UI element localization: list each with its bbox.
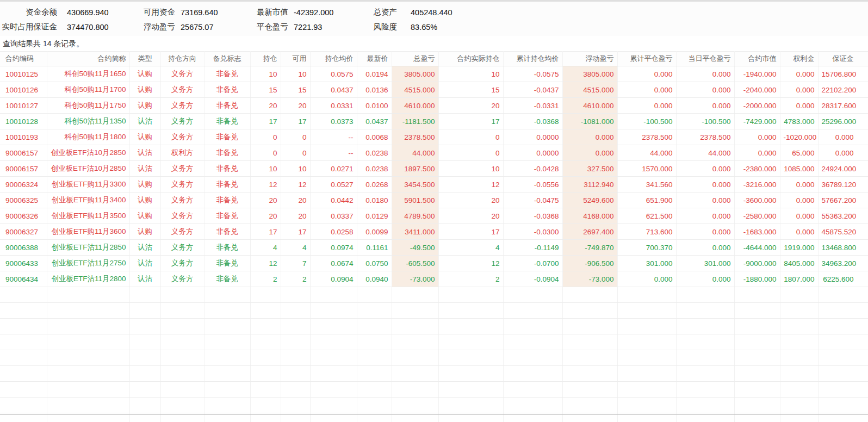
cell-cum_close_pl: 0.000 xyxy=(617,66,676,82)
position-row[interactable]: 90006324创业板ETF购11月3300认购义务方非备兑12120.0527… xyxy=(0,177,868,193)
position-row[interactable]: 90006157创业板ETF沽10月2850认沽权利方非备兑00--0.0238… xyxy=(0,145,868,161)
empty-cell xyxy=(250,287,281,303)
cell-cum_close_pl: 2378.500 xyxy=(617,129,676,145)
cell-avg_price: -- xyxy=(310,129,357,145)
cell-code: 90006324 xyxy=(0,177,47,193)
position-row[interactable]: 10010193科创50购11月1800认购义务方非备兑00--0.006823… xyxy=(0,129,868,145)
position-row[interactable]: 10010128科创50沽11月1350认沽义务方非备兑17170.03730.… xyxy=(0,114,868,129)
empty-cell xyxy=(47,350,129,366)
empty-cell xyxy=(47,382,129,398)
cell-day_close_pl: 0.000 xyxy=(676,208,734,224)
position-row[interactable]: 90006388创业板ETF沽11月2850认沽义务方非备兑440.09740.… xyxy=(0,240,868,256)
empty-cell xyxy=(204,366,250,382)
cell-cum_avg_price: 0.0000 xyxy=(503,129,562,145)
cell-direction: 权利方 xyxy=(160,145,204,161)
cell-margin: 22102.200 xyxy=(818,82,868,98)
position-row[interactable]: 90006325创业板ETF购11月3400认购义务方非备兑20200.0442… xyxy=(0,193,868,208)
empty-cell xyxy=(310,350,357,366)
col-header-last_price[interactable]: 最新价 xyxy=(357,52,392,66)
cell-day_close_pl: 0.000 xyxy=(676,271,734,287)
cell-market_value: -2000.000 xyxy=(734,98,780,114)
cell-code: 90006388 xyxy=(0,240,47,256)
empty-cell xyxy=(250,350,281,366)
cell-name: 创业板ETF沽10月2850 xyxy=(47,145,129,161)
col-header-day_close_pl[interactable]: 当日平仓盈亏 xyxy=(676,52,734,66)
empty-cell xyxy=(818,334,868,350)
cell-premium: 0.000 xyxy=(780,193,818,208)
empty-cell xyxy=(0,398,47,413)
cell-avg_price: 0.0442 xyxy=(310,193,357,208)
cell-floating_pl: 5249.600 xyxy=(562,193,617,208)
cell-floating_pl: 3112.940 xyxy=(562,177,617,193)
cell-actual_position: 10 xyxy=(438,66,503,82)
cell-code: 90006434 xyxy=(0,271,47,287)
empty-cell xyxy=(160,398,204,413)
col-header-position[interactable]: 持仓 xyxy=(250,52,281,66)
col-header-avg_price[interactable]: 持仓均价 xyxy=(310,52,357,66)
position-row[interactable]: 10010126科创50购11月1700认购义务方非备兑15150.04370.… xyxy=(0,82,868,98)
col-header-market_value[interactable]: 合约市值 xyxy=(734,52,780,66)
col-header-code[interactable]: 合约编码 xyxy=(0,52,47,66)
col-header-covered_flag[interactable]: 备兑标志 xyxy=(204,52,250,66)
empty-cell xyxy=(250,382,281,398)
empty-cell xyxy=(438,334,503,350)
cell-actual_position: 12 xyxy=(438,177,503,193)
empty-cell xyxy=(129,382,160,398)
floating-pl-value: 25675.07 xyxy=(175,23,251,32)
col-header-actual_position[interactable]: 合约实际持仓 xyxy=(438,52,503,66)
col-header-direction[interactable]: 持仓方向 xyxy=(160,52,204,66)
fund-balance-label: 资金余额 xyxy=(0,7,57,17)
col-header-premium[interactable]: 权利金 xyxy=(780,52,818,66)
cell-total_pl: 3411.000 xyxy=(392,224,438,240)
cell-actual_position: 20 xyxy=(438,193,503,208)
cell-covered_flag: 非备兑 xyxy=(204,82,250,98)
cell-cum_avg_price: -0.0428 xyxy=(503,161,562,177)
empty-cell xyxy=(392,366,438,382)
cell-cum_avg_price: -0.0331 xyxy=(503,98,562,114)
empty-cell xyxy=(503,287,562,303)
empty-cell xyxy=(780,398,818,413)
cell-cum_avg_price: -0.0700 xyxy=(503,256,562,271)
cell-market_value: -2040.000 xyxy=(734,82,780,98)
col-header-type[interactable]: 类型 xyxy=(129,52,160,66)
col-header-floating_pl[interactable]: 浮动盈亏 xyxy=(562,52,617,66)
cell-floating_pl: 0.000 xyxy=(562,129,617,145)
position-row[interactable]: 90006327创业板ETF购11月3600认购义务方非备兑17170.0258… xyxy=(0,224,868,240)
cell-premium: 0.000 xyxy=(780,224,818,240)
cell-covered_flag: 非备兑 xyxy=(204,114,250,129)
cell-code: 90006327 xyxy=(0,224,47,240)
cell-name: 科创50沽11月1350 xyxy=(47,114,129,129)
cell-premium: 0.000 xyxy=(780,66,818,82)
col-header-name[interactable]: 合约简称 xyxy=(47,52,129,66)
empty-cell xyxy=(310,366,357,382)
cell-direction: 义务方 xyxy=(160,98,204,114)
col-header-available[interactable]: 可用 xyxy=(281,52,310,66)
col-header-total_pl[interactable]: 总盈亏 xyxy=(392,52,438,66)
cell-cum_close_pl: 0.000 xyxy=(617,98,676,114)
cell-covered_flag: 非备兑 xyxy=(204,66,250,82)
cell-day_close_pl: 0.000 xyxy=(676,193,734,208)
col-header-cum_avg_price[interactable]: 累计持仓均价 xyxy=(503,52,562,66)
col-header-cum_close_pl[interactable]: 累计平仓盈亏 xyxy=(617,52,676,66)
empty-cell xyxy=(0,319,47,334)
empty-cell xyxy=(617,382,676,398)
position-row[interactable]: 10010125科创50购11月1650认购义务方非备兑10100.05750.… xyxy=(0,66,868,82)
empty-cell xyxy=(392,398,438,413)
empty-cell xyxy=(562,350,617,366)
empty-cell xyxy=(357,398,392,413)
cell-avg_price: 0.0974 xyxy=(310,240,357,256)
cell-type: 认购 xyxy=(129,82,160,98)
position-row[interactable]: 10010127科创50购11月1750认购义务方非备兑20200.03310.… xyxy=(0,98,868,114)
position-row[interactable]: 90006157创业板ETF沽10月2850认沽义务方非备兑10100.0271… xyxy=(0,161,868,177)
cell-code: 10010127 xyxy=(0,98,47,114)
position-row[interactable]: 90006433创业板ETF沽11月2750认沽义务方非备兑1270.06740… xyxy=(0,256,868,271)
cell-day_close_pl: 0.000 xyxy=(676,161,734,177)
empty-cell xyxy=(818,303,868,319)
position-row[interactable]: 90006434创业板ETF沽11月2800认沽义务方非备兑220.09040.… xyxy=(0,271,868,287)
position-row[interactable]: 90006326创业板ETF购11月3500认购义务方非备兑20200.0337… xyxy=(0,208,868,224)
cell-cum_avg_price: -0.0556 xyxy=(503,177,562,193)
cell-direction: 义务方 xyxy=(160,256,204,271)
empty-cell xyxy=(676,319,734,334)
cell-available: 15 xyxy=(281,82,310,98)
col-header-margin[interactable]: 保证金 xyxy=(818,52,868,66)
